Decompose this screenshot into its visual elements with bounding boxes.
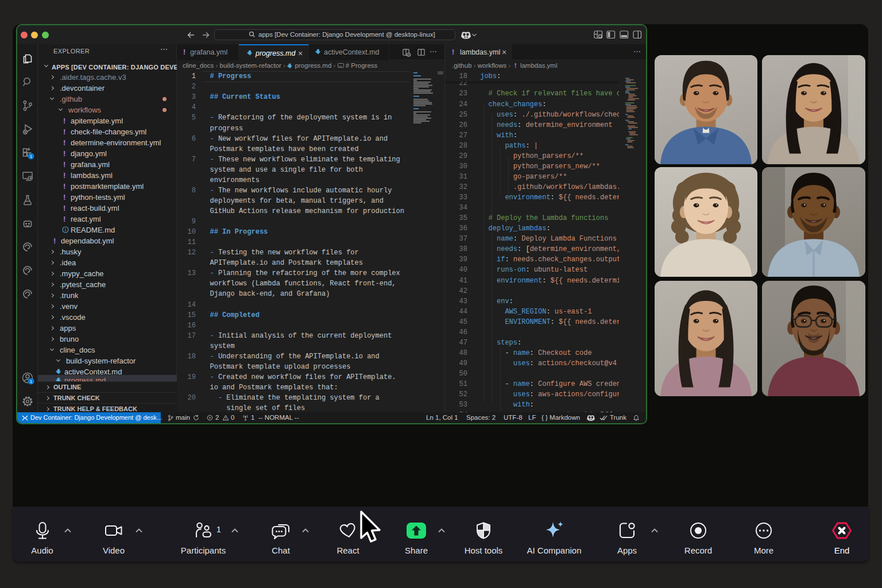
- svg-text:1: 1: [30, 379, 33, 384]
- svg-text:1: 1: [30, 154, 33, 159]
